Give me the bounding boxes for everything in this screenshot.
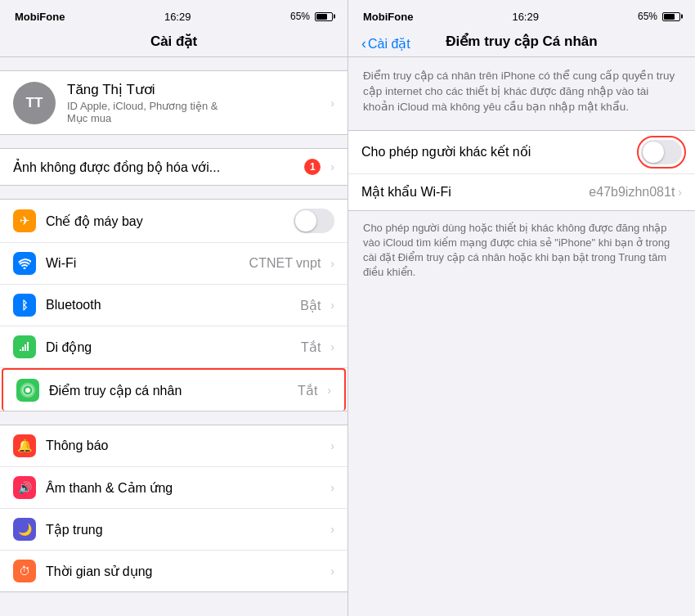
right-content: Điểm truy cập cá nhân trên iPhone có thể…: [348, 57, 695, 616]
airplane-label: Chế độ máy bay: [46, 214, 284, 229]
wifi-password-chevron: ›: [678, 186, 682, 199]
photo-sync-chevron: ›: [330, 160, 334, 173]
left-content[interactable]: TT Tăng Thị Tươi ID Apple, iCloud, Phươn…: [0, 57, 348, 616]
right-phone: MobiFone 16:29 65% ‹ Cài đặt Điểm truy c…: [348, 0, 695, 616]
notification-label: Thông báo: [46, 438, 321, 453]
back-chevron-icon: ‹: [361, 34, 366, 52]
focus-row[interactable]: 🌙 Tập trung ›: [0, 509, 348, 551]
detail-section: Cho phép người khác kết nối Mật khẩu Wi-…: [348, 130, 695, 211]
screentime-row[interactable]: ⏱ Thời gian sử dụng ›: [0, 551, 348, 591]
photo-sync-label: Ảnh không được đồng bộ hóa với...: [13, 160, 294, 175]
profile-row[interactable]: TT Tăng Thị Tươi ID Apple, iCloud, Phươn…: [0, 71, 348, 134]
right-nav-back[interactable]: ‹ Cài đặt: [361, 34, 410, 52]
allow-others-label: Cho phép người khác kết nối: [361, 144, 641, 160]
left-status-right: 65%: [290, 11, 333, 22]
wifi-password-label: Mật khẩu Wi-Fi: [361, 184, 589, 200]
sound-icon: 🔊: [13, 476, 36, 499]
settings-group-1: ✈ Chế độ máy bay Wi-Fi CTNET vnpt ›: [0, 199, 348, 411]
left-carrier: MobiFone: [15, 11, 65, 23]
svg-point-0: [25, 388, 30, 393]
screentime-label: Thời gian sử dụng: [46, 564, 321, 579]
airplane-icon: ✈: [13, 209, 36, 232]
hotspot-icon: [16, 379, 39, 402]
profile-name: Tăng Thị Tươi: [67, 81, 319, 98]
cellular-icon: [13, 335, 36, 358]
cellular-chevron: ›: [330, 340, 334, 353]
photo-sync-cell[interactable]: Ảnh không được đồng bộ hóa với... 1 ›: [0, 148, 348, 186]
settings-group-2: 🔔 Thông báo › 🔊 Âm thanh & Cảm ứng › 🌙 T…: [0, 425, 348, 592]
allow-others-knob: [643, 142, 664, 163]
hotspot-description: Điểm truy cập cá nhân trên iPhone có thể…: [348, 57, 695, 130]
photo-sync-section: Ảnh không được đồng bộ hóa với... 1 ›: [0, 148, 348, 186]
photo-sync-row[interactable]: Ảnh không được đồng bộ hóa với... 1 ›: [0, 149, 348, 185]
bluetooth-label: Bluetooth: [46, 298, 290, 312]
notification-chevron: ›: [330, 439, 334, 452]
hotspot-value: Tắt: [298, 383, 317, 398]
profile-chevron: ›: [330, 97, 334, 110]
screentime-icon: ⏱: [13, 560, 36, 582]
avatar: TT: [13, 82, 56, 124]
profile-section[interactable]: TT Tăng Thị Tươi ID Apple, iCloud, Phươn…: [0, 70, 348, 135]
allow-others-toggle[interactable]: [641, 140, 682, 164]
notification-icon: 🔔: [13, 434, 36, 457]
bluetooth-chevron: ›: [330, 299, 334, 312]
photo-sync-badge: 1: [304, 159, 321, 175]
wifi-password-row[interactable]: Mật khẩu Wi-Fi e47b9izhn081t ›: [348, 174, 695, 210]
cellular-label: Di động: [46, 339, 291, 355]
settings-cell-1: ✈ Chế độ máy bay Wi-Fi CTNET vnpt ›: [0, 199, 348, 411]
right-battery-fill: [664, 14, 675, 20]
focus-icon: 🌙: [13, 518, 36, 541]
wifi-icon: [13, 252, 36, 275]
right-carrier: MobiFone: [363, 11, 413, 23]
left-battery-icon: [315, 12, 333, 21]
cellular-row[interactable]: Di động Tắt ›: [0, 326, 348, 368]
focus-label: Tập trung: [46, 522, 321, 537]
notification-row[interactable]: 🔔 Thông báo ›: [0, 425, 348, 467]
hotspot-footer: Cho phép người dùng hoặc thiết bị khác k…: [348, 211, 695, 290]
left-status-bar: MobiFone 16:29 65%: [0, 0, 348, 29]
wifi-value: CTNET vnpt: [249, 256, 321, 271]
detail-cell: Cho phép người khác kết nối Mật khẩu Wi-…: [348, 130, 695, 211]
cellular-value: Tắt: [301, 339, 321, 355]
bluetooth-row[interactable]: ᛒ Bluetooth Bật ›: [0, 285, 348, 326]
bluetooth-value: Bật: [300, 298, 321, 313]
right-time: 16:29: [512, 11, 539, 23]
airplane-toggle-knob: [295, 210, 316, 232]
left-battery-fill: [316, 14, 327, 20]
left-time: 16:29: [164, 11, 191, 23]
hotspot-chevron: ›: [327, 384, 331, 397]
sound-chevron: ›: [330, 481, 334, 494]
hotspot-label: Điểm truy cập cá nhân: [49, 383, 288, 398]
left-battery-pct: 65%: [290, 11, 310, 22]
screentime-chevron: ›: [330, 564, 334, 578]
right-nav-bar: ‹ Cài đặt Điểm truy cập Cá nhân: [348, 29, 695, 57]
right-battery-pct: 65%: [638, 11, 657, 22]
airplane-toggle[interactable]: [294, 209, 334, 233]
sound-row[interactable]: 🔊 Âm thanh & Cảm ứng ›: [0, 467, 348, 509]
airplane-row[interactable]: ✈ Chế độ máy bay: [0, 200, 348, 243]
wifi-label: Wi-Fi: [46, 256, 240, 271]
right-status-bar: MobiFone 16:29 65%: [348, 0, 695, 29]
wifi-chevron: ›: [330, 257, 334, 270]
right-battery-icon: [662, 12, 680, 21]
wifi-row[interactable]: Wi-Fi CTNET vnpt ›: [0, 243, 348, 285]
focus-chevron: ›: [330, 523, 334, 536]
left-nav-title: Cài đặt: [0, 33, 348, 50]
right-back-label[interactable]: Cài đặt: [368, 35, 410, 51]
left-phone: MobiFone 16:29 65% Cài đặt TT: [0, 0, 348, 616]
right-status-right: 65%: [638, 11, 680, 22]
allow-others-row[interactable]: Cho phép người khác kết nối: [348, 131, 695, 174]
sound-label: Âm thanh & Cảm ứng: [46, 480, 321, 496]
profile-subtitle: ID Apple, iCloud, Phương tiện &Mục mua: [67, 100, 319, 124]
profile-info: Tăng Thị Tươi ID Apple, iCloud, Phương t…: [67, 81, 319, 124]
settings-cell-2: 🔔 Thông báo › 🔊 Âm thanh & Cảm ứng › 🌙 T…: [0, 425, 348, 592]
hotspot-row[interactable]: Điểm truy cập cá nhân Tắt ›: [2, 368, 346, 411]
left-nav-bar: Cài đặt: [0, 29, 348, 57]
bluetooth-icon: ᛒ: [13, 294, 36, 317]
wifi-password-value: e47b9izhn081t: [589, 185, 675, 200]
